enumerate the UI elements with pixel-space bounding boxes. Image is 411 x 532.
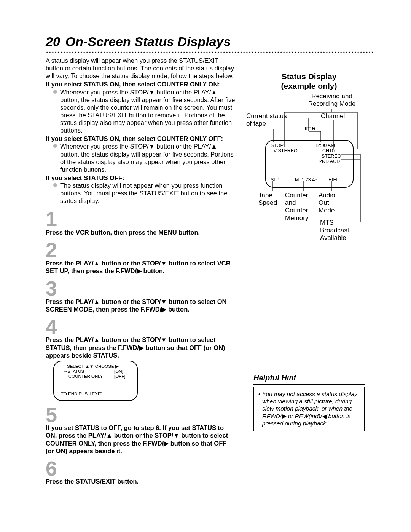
tv-counter: M 1:23:45 — [295, 177, 317, 182]
tv-hifi: HIFI — [328, 177, 338, 182]
tv-stereo: STEREO — [322, 153, 341, 159]
tv-2nd-aud: 2ND AUD — [319, 159, 340, 164]
tv-screen-illustration: STOP TV STEREO 12:00 AM CH10 STEREO 2ND … — [265, 140, 354, 188]
dots-divider — [46, 51, 373, 53]
menu-row2-right: [OFF] — [114, 374, 125, 379]
page-number: 20 — [46, 34, 60, 49]
page-container: 20 On-Screen Status Displays A status di… — [0, 0, 411, 532]
tv-tvstereo: TV STEREO — [271, 148, 298, 153]
step-number-6: 6 — [46, 459, 236, 478]
tv-stop: STOP — [271, 143, 284, 148]
bullet-3: The status display will not appear when … — [53, 182, 236, 204]
label-counter: Counter and Counter Memory — [285, 192, 308, 222]
columns: A status display will appear when you pr… — [46, 57, 373, 486]
menu-header: SELECT ▲▼ CHOOSE ▶ — [67, 364, 119, 369]
page-title: On-Screen Status Displays — [65, 34, 231, 49]
subhead-status-on-counter-off: If you select STATUS ON, then select COU… — [46, 135, 236, 142]
left-column: A status display will appear when you pr… — [46, 57, 236, 486]
bullet-dot-icon — [53, 144, 57, 148]
menu-row1-right: [ON] — [114, 369, 123, 374]
intro-paragraph: A status display will appear when you pr… — [46, 57, 236, 80]
step-text-2: Press the PLAY/▲ button or the STOP/▼ bu… — [46, 259, 236, 275]
bullet-2-text: Whenever you press the STOP/▼ button or … — [60, 142, 236, 173]
step-text-3: Press the PLAY/▲ button or the STOP/▼ bu… — [46, 298, 236, 313]
label-tape-speed: Tape Speed — [258, 192, 277, 207]
bullet-dot-icon — [53, 90, 57, 94]
status-display-heading: Status Display (example only) — [281, 72, 337, 91]
step-number-4: 4 — [46, 318, 236, 336]
step-number-3: 3 — [46, 279, 236, 298]
step-text-1: Press the VCR button, then press the MEN… — [46, 228, 236, 236]
step-number-5: 5 — [46, 406, 236, 424]
tv-channel: CH10 — [322, 148, 335, 153]
bullet-2: Whenever you press the STOP/▼ button or … — [53, 142, 236, 173]
tv-time: 12:00 AM — [315, 143, 335, 148]
bullet-1: Whenever you press the STOP/▼ button or … — [53, 88, 236, 134]
menu-footer: TO END PUSH EXIT — [61, 391, 102, 396]
title-row: 20 On-Screen Status Displays — [46, 34, 373, 49]
bullet-1-text: Whenever you press the STOP/▼ button or … — [60, 88, 236, 134]
step-text-5: If you set STATUS to OFF, go to step 6. … — [46, 424, 236, 455]
helpful-hint-title: Helpful Hint — [253, 374, 365, 385]
step-number-1: 1 — [46, 210, 236, 228]
step-number-2: 2 — [46, 241, 236, 259]
label-mts: MTS Broadcast Available — [320, 219, 349, 242]
status-diagram: Receiving and Recording Mode Channel Tim… — [246, 93, 372, 256]
hint-bullet-icon: • — [258, 390, 262, 427]
label-channel: Channel — [321, 112, 345, 120]
menu-row2-left: COUNTER ONLY — [68, 374, 103, 379]
subhead-status-on-counter-on: If you select STATUS ON, then select COU… — [46, 80, 236, 88]
label-audio-mode: Audio Out Mode — [319, 192, 335, 214]
helpful-hint-body: • You may not access a status display wh… — [253, 387, 365, 431]
right-column: Status Display (example only) Receiving … — [245, 57, 373, 486]
bullet-dot-icon — [53, 183, 57, 187]
bullet-3-text: The status display will not appear when … — [60, 182, 236, 204]
label-time: Time — [301, 125, 315, 132]
label-current-status: Current status of tape — [246, 112, 287, 128]
subhead-status-off: If you select STATUS OFF: — [46, 174, 236, 182]
step-text-6: Press the STATUS/EXIT button. — [46, 478, 236, 485]
label-receiving-mode: Receiving and Recording Mode — [299, 93, 364, 108]
menu-screen-illustration: SELECT ▲▼ CHOOSE ▶ →STATUS [ON] COUNTER … — [53, 361, 138, 401]
menu-row1-left: →STATUS — [63, 369, 84, 374]
hint-text: You may not access a status display when… — [262, 390, 360, 427]
step-text-4: Press the PLAY/▲ button or the STOP/▼ bu… — [46, 336, 236, 359]
steps-list: 1 Press the VCR button, then press the M… — [46, 210, 236, 485]
helpful-hint-box: Helpful Hint • You may not access a stat… — [253, 374, 365, 431]
tv-tapespeed: SLP — [271, 177, 280, 182]
